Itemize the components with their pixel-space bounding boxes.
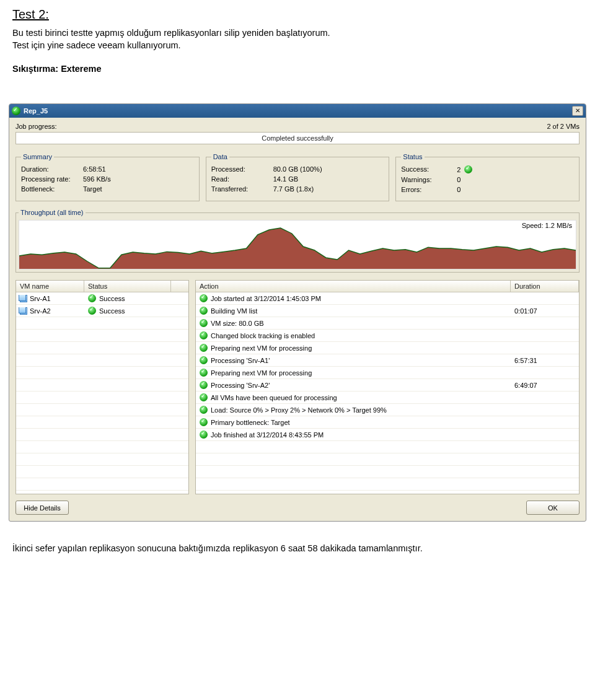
data-legend: Data — [211, 153, 229, 160]
table-row[interactable] — [196, 441, 579, 453]
table-row[interactable] — [16, 441, 188, 453]
success-value: 2 — [457, 166, 461, 173]
processed-label: Processed: — [211, 165, 273, 173]
table-row[interactable] — [16, 466, 188, 478]
action-text: Job finished at 3/12/2014 8:43:55 PM — [211, 431, 324, 439]
bottleneck-label: Bottleneck: — [21, 185, 83, 193]
action-duration: 6:49:07 — [511, 382, 579, 389]
action-text: Load: Source 0% > Proxy 2% > Network 0% … — [211, 406, 387, 414]
hide-details-button[interactable]: Hide Details — [15, 501, 69, 515]
table-row[interactable]: Preparing next VM for processing — [196, 367, 579, 379]
vm-status: Success — [99, 295, 125, 302]
rate-value: 596 KB/s — [83, 175, 194, 183]
table-row[interactable] — [16, 453, 188, 466]
table-row[interactable] — [16, 367, 188, 379]
check-icon — [200, 307, 208, 315]
rate-label: Processing rate: — [21, 175, 83, 183]
check-icon — [88, 307, 96, 315]
vm-name: Srv-A2 — [30, 307, 51, 315]
doc-heading: Test 2: — [12, 7, 583, 22]
table-row[interactable]: VM size: 80.0 GB — [196, 317, 579, 330]
titlebar[interactable]: Rep_J5 ✕ — [9, 104, 586, 118]
action-text: Processing 'Srv-A2' — [211, 382, 270, 389]
transferred-value: 7.7 GB (1.8x) — [273, 185, 384, 193]
close-icon[interactable]: ✕ — [572, 106, 583, 116]
table-row[interactable]: Load: Source 0% > Proxy 2% > Network 0% … — [196, 404, 579, 416]
table-row[interactable] — [196, 453, 579, 466]
duration-value: 6:58:51 — [83, 165, 194, 173]
job-progress-label: Job progress: — [15, 123, 57, 130]
action-text: Building VM list — [211, 307, 257, 315]
success-label: Success: — [401, 165, 457, 173]
vm-table: VM name Status Srv-A1SuccessSrv-A2Succes… — [15, 280, 189, 494]
speed-label: Speed: 1.2 MB/s — [522, 222, 572, 229]
vm-status-header[interactable]: Status — [84, 281, 171, 292]
check-icon — [200, 418, 208, 426]
action-text: All VMs have been queued for processing — [211, 394, 337, 401]
action-duration: 6:57:31 — [511, 357, 579, 364]
table-row[interactable] — [16, 404, 188, 416]
job-progress-status: Completed successfully — [262, 134, 333, 142]
table-row[interactable]: Job finished at 3/12/2014 8:43:55 PM — [196, 429, 579, 441]
check-icon — [200, 294, 208, 302]
doc-compression: Sıkıştırma: Extereme — [12, 64, 583, 74]
table-row[interactable] — [16, 478, 188, 491]
action-text: Preparing next VM for processing — [211, 369, 312, 377]
vm-icon — [20, 307, 27, 315]
errors-label: Errors: — [401, 186, 457, 193]
veeam-job-window: Rep_J5 ✕ Job progress: 2 of 2 VMs Comple… — [9, 103, 586, 522]
throughput-legend: Throughput (all time) — [19, 209, 86, 216]
doc-line-1: Bu testi birinci testte yapmış olduğum r… — [12, 28, 583, 38]
table-row[interactable] — [16, 330, 188, 342]
table-row[interactable]: Primary bottleneck: Target — [196, 416, 579, 429]
ok-button[interactable]: OK — [526, 501, 580, 515]
transferred-label: Transferred: — [211, 185, 273, 193]
doc-line-2: Test için yine sadece veeam kullanıyorum… — [12, 40, 583, 50]
table-row[interactable] — [16, 379, 188, 392]
table-row[interactable] — [196, 478, 579, 491]
action-duration: 0:01:07 — [511, 307, 579, 315]
check-icon — [200, 393, 208, 401]
read-label: Read: — [211, 175, 273, 183]
table-row[interactable] — [16, 392, 188, 404]
table-row[interactable] — [16, 416, 188, 429]
table-row[interactable]: Srv-A2Success — [16, 305, 188, 317]
table-row[interactable]: All VMs have been queued for processing — [196, 392, 579, 404]
table-row[interactable]: Processing 'Srv-A1'6:57:31 — [196, 354, 579, 367]
success-check-icon — [464, 165, 472, 173]
duration-header[interactable]: Duration — [511, 281, 579, 292]
action-text: Primary bottleneck: Target — [211, 419, 290, 426]
check-icon — [200, 406, 208, 414]
vm-status: Success — [99, 307, 125, 315]
check-icon — [200, 356, 208, 364]
read-value: 14.1 GB — [273, 175, 384, 183]
warnings-value: 0 — [457, 176, 574, 183]
throughput-panel: Throughput (all time) Speed: 1.2 MB/s — [15, 209, 580, 273]
table-row[interactable] — [16, 429, 188, 441]
summary-panel: Summary Duration:6:58:51 Processing rate… — [15, 153, 200, 201]
table-row[interactable] — [16, 354, 188, 367]
table-row[interactable] — [16, 342, 188, 354]
summary-legend: Summary — [21, 153, 54, 160]
table-row[interactable]: Building VM list0:01:07 — [196, 305, 579, 317]
warnings-label: Warnings: — [401, 176, 457, 183]
table-row[interactable]: Processing 'Srv-A2'6:49:07 — [196, 379, 579, 392]
job-success-icon — [12, 107, 20, 115]
action-text: Processing 'Srv-A1' — [211, 357, 270, 364]
action-header[interactable]: Action — [196, 281, 511, 292]
check-icon — [200, 331, 208, 339]
throughput-chart: Speed: 1.2 MB/s — [19, 220, 576, 269]
check-icon — [200, 431, 208, 439]
table-row[interactable]: Changed block tracking is enabled — [196, 330, 579, 342]
vm-name-header[interactable]: VM name — [16, 281, 84, 292]
table-row[interactable]: Preparing next VM for processing — [196, 342, 579, 354]
vm-name: Srv-A1 — [30, 295, 51, 302]
table-row[interactable]: Srv-A1Success — [16, 292, 188, 305]
processed-value: 80.0 GB (100%) — [273, 165, 384, 173]
table-row[interactable]: Job started at 3/12/2014 1:45:03 PM — [196, 292, 579, 305]
check-icon — [200, 369, 208, 377]
status-panel: Status Success: 2 Warnings:0 Errors:0 — [395, 153, 580, 201]
table-row[interactable] — [16, 317, 188, 330]
table-row[interactable] — [196, 466, 579, 478]
check-icon — [200, 344, 208, 352]
